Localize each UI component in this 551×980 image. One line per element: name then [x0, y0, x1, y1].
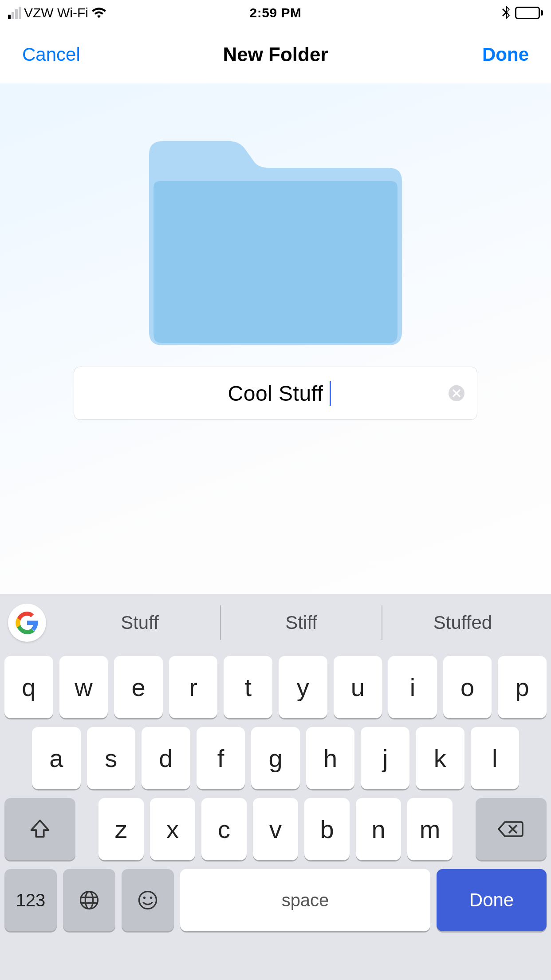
key-l[interactable]: l	[471, 727, 520, 789]
key-row-4: 123 space Done	[4, 869, 547, 931]
page-title: New Folder	[0, 43, 551, 66]
emoji-key[interactable]	[122, 869, 174, 931]
key-a[interactable]: a	[32, 727, 81, 789]
key-n[interactable]: n	[356, 798, 401, 860]
wifi-icon	[91, 7, 107, 19]
key-u[interactable]: u	[334, 656, 382, 718]
backspace-key[interactable]	[476, 798, 547, 860]
carrier-label: VZW Wi-Fi	[24, 5, 88, 20]
key-m[interactable]: m	[407, 798, 453, 860]
key-f[interactable]: f	[197, 727, 245, 789]
key-row-2: a s d f g h j k l	[4, 727, 547, 789]
key-g[interactable]: g	[251, 727, 300, 789]
key-row-3: z x c v b n m	[4, 798, 547, 860]
suggestion-2[interactable]: Stiff	[221, 605, 382, 640]
status-left: VZW Wi-Fi	[8, 5, 107, 20]
folder-name-input[interactable]	[114, 381, 437, 406]
done-button[interactable]: Done	[482, 44, 529, 65]
status-bar: VZW Wi-Fi 2:59 PM	[0, 0, 551, 26]
key-h[interactable]: h	[306, 727, 355, 789]
key-rows: q w e r t y u i o p a s d f g h j k l	[0, 652, 551, 980]
key-row-1: q w e r t y u i o p	[4, 656, 547, 718]
key-y[interactable]: y	[279, 656, 327, 718]
numeric-key[interactable]: 123	[4, 869, 57, 931]
key-p[interactable]: p	[498, 656, 547, 718]
folder-icon	[140, 137, 411, 350]
key-q[interactable]: q	[4, 656, 53, 718]
battery-icon	[515, 7, 543, 19]
clear-text-button[interactable]	[449, 385, 464, 401]
key-r[interactable]: r	[169, 656, 218, 718]
key-o[interactable]: o	[443, 656, 492, 718]
key-v[interactable]: v	[253, 798, 298, 860]
keyboard-done-key[interactable]: Done	[437, 869, 547, 931]
text-cursor	[330, 381, 331, 406]
key-x[interactable]: x	[150, 798, 195, 860]
svg-point-3	[143, 897, 146, 899]
key-d[interactable]: d	[142, 727, 190, 789]
suggestion-3[interactable]: Stuffed	[382, 605, 543, 640]
key-e[interactable]: e	[114, 656, 163, 718]
cancel-button[interactable]: Cancel	[22, 44, 80, 65]
shift-key[interactable]	[4, 798, 75, 860]
key-z[interactable]: z	[98, 798, 144, 860]
key-j[interactable]: j	[361, 727, 409, 789]
key-t[interactable]: t	[224, 656, 272, 718]
key-i[interactable]: i	[388, 656, 437, 718]
cellular-signal-icon	[8, 7, 21, 19]
space-key[interactable]: space	[180, 869, 430, 931]
globe-key[interactable]	[63, 869, 115, 931]
folder-name-field-wrap[interactable]	[74, 367, 477, 420]
content-area	[0, 83, 551, 594]
suggestion-1[interactable]: Stuff	[59, 605, 220, 640]
suggestion-bar: Stuff Stiff Stuffed	[0, 594, 551, 652]
google-search-button[interactable]	[8, 604, 46, 642]
svg-point-1	[85, 892, 93, 909]
bluetooth-icon	[502, 6, 511, 20]
key-k[interactable]: k	[416, 727, 464, 789]
key-c[interactable]: c	[201, 798, 247, 860]
key-b[interactable]: b	[304, 798, 350, 860]
suggestions: Stuff Stiff Stuffed	[59, 605, 543, 640]
nav-bar: Cancel New Folder Done	[0, 26, 551, 83]
key-w[interactable]: w	[59, 656, 108, 718]
status-right	[502, 6, 543, 20]
key-s[interactable]: s	[87, 727, 136, 789]
keyboard: Stuff Stiff Stuffed q w e r t y u i o p …	[0, 594, 551, 980]
svg-point-2	[139, 892, 157, 909]
svg-point-4	[150, 897, 152, 899]
svg-point-0	[81, 892, 98, 909]
